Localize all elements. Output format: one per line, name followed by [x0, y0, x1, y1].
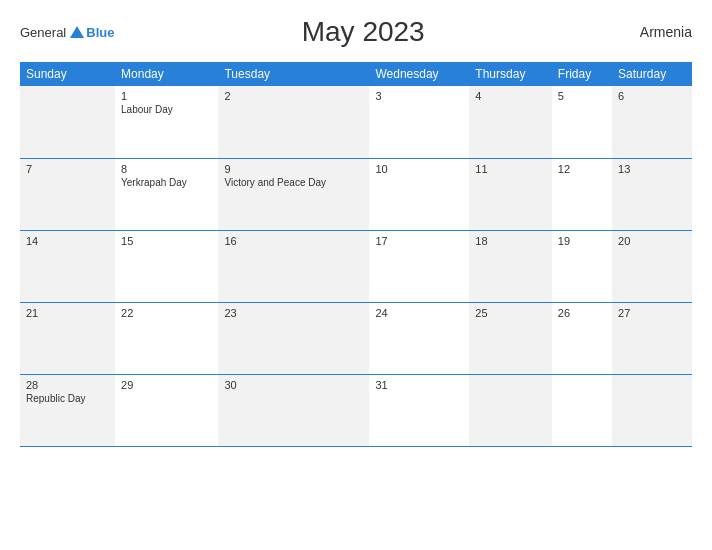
calendar-cell — [469, 374, 551, 446]
day-number: 27 — [618, 307, 686, 319]
day-number: 30 — [224, 379, 363, 391]
day-number: 24 — [375, 307, 463, 319]
day-number: 13 — [618, 163, 686, 175]
calendar-table: SundayMondayTuesdayWednesdayThursdayFrid… — [20, 62, 692, 447]
day-number: 11 — [475, 163, 545, 175]
weekday-header-row: SundayMondayTuesdayWednesdayThursdayFrid… — [20, 62, 692, 86]
calendar-header: SundayMondayTuesdayWednesdayThursdayFrid… — [20, 62, 692, 86]
calendar-cell: 1Labour Day — [115, 86, 218, 158]
day-number: 2 — [224, 90, 363, 102]
calendar-week-row: 14151617181920 — [20, 230, 692, 302]
calendar-cell — [552, 374, 612, 446]
day-number: 19 — [558, 235, 606, 247]
day-number: 29 — [121, 379, 212, 391]
calendar-cell: 9Victory and Peace Day — [218, 158, 369, 230]
calendar-cell — [612, 374, 692, 446]
calendar-cell: 14 — [20, 230, 115, 302]
calendar-cell: 5 — [552, 86, 612, 158]
page: General Blue May 2023 Armenia SundayMond… — [0, 0, 712, 550]
weekday-header-tuesday: Tuesday — [218, 62, 369, 86]
calendar-cell: 25 — [469, 302, 551, 374]
country-label: Armenia — [612, 24, 692, 40]
logo-blue-text: Blue — [86, 25, 114, 40]
day-number: 16 — [224, 235, 363, 247]
calendar-cell: 28Republic Day — [20, 374, 115, 446]
calendar-week-row: 1Labour Day23456 — [20, 86, 692, 158]
day-number: 5 — [558, 90, 606, 102]
calendar-cell: 3 — [369, 86, 469, 158]
holiday-label: Victory and Peace Day — [224, 177, 363, 188]
holiday-label: Labour Day — [121, 104, 212, 115]
calendar-cell: 31 — [369, 374, 469, 446]
calendar-cell: 27 — [612, 302, 692, 374]
calendar-week-row: 28Republic Day293031 — [20, 374, 692, 446]
day-number: 31 — [375, 379, 463, 391]
day-number: 25 — [475, 307, 545, 319]
calendar-cell: 20 — [612, 230, 692, 302]
day-number: 8 — [121, 163, 212, 175]
calendar-cell: 15 — [115, 230, 218, 302]
logo-triangle-icon — [70, 26, 84, 38]
logo-general-text: General — [20, 25, 66, 40]
calendar-cell: 11 — [469, 158, 551, 230]
day-number: 4 — [475, 90, 545, 102]
calendar-cell: 16 — [218, 230, 369, 302]
calendar-cell: 7 — [20, 158, 115, 230]
day-number: 6 — [618, 90, 686, 102]
calendar-cell: 17 — [369, 230, 469, 302]
day-number: 3 — [375, 90, 463, 102]
calendar-cell: 26 — [552, 302, 612, 374]
calendar-cell: 6 — [612, 86, 692, 158]
calendar-cell: 29 — [115, 374, 218, 446]
day-number: 17 — [375, 235, 463, 247]
header: General Blue May 2023 Armenia — [20, 16, 692, 48]
weekday-header-thursday: Thursday — [469, 62, 551, 86]
calendar-cell: 24 — [369, 302, 469, 374]
day-number: 18 — [475, 235, 545, 247]
weekday-header-saturday: Saturday — [612, 62, 692, 86]
day-number: 14 — [26, 235, 109, 247]
calendar-cell: 19 — [552, 230, 612, 302]
logo: General Blue — [20, 25, 114, 40]
calendar-cell: 22 — [115, 302, 218, 374]
holiday-label: Yerkrapah Day — [121, 177, 212, 188]
calendar-cell — [20, 86, 115, 158]
calendar-cell: 18 — [469, 230, 551, 302]
calendar-cell: 23 — [218, 302, 369, 374]
day-number: 21 — [26, 307, 109, 319]
day-number: 26 — [558, 307, 606, 319]
calendar-cell: 21 — [20, 302, 115, 374]
day-number: 9 — [224, 163, 363, 175]
calendar-cell: 13 — [612, 158, 692, 230]
weekday-header-friday: Friday — [552, 62, 612, 86]
calendar-cell: 12 — [552, 158, 612, 230]
holiday-label: Republic Day — [26, 393, 109, 404]
calendar-body: 1Labour Day2345678Yerkrapah Day9Victory … — [20, 86, 692, 446]
calendar-cell: 8Yerkrapah Day — [115, 158, 218, 230]
day-number: 23 — [224, 307, 363, 319]
day-number: 12 — [558, 163, 606, 175]
day-number: 10 — [375, 163, 463, 175]
calendar-week-row: 78Yerkrapah Day9Victory and Peace Day101… — [20, 158, 692, 230]
day-number: 1 — [121, 90, 212, 102]
calendar-cell: 2 — [218, 86, 369, 158]
calendar-week-row: 21222324252627 — [20, 302, 692, 374]
day-number: 7 — [26, 163, 109, 175]
calendar-cell: 4 — [469, 86, 551, 158]
weekday-header-monday: Monday — [115, 62, 218, 86]
day-number: 28 — [26, 379, 109, 391]
calendar-title: May 2023 — [114, 16, 612, 48]
day-number: 20 — [618, 235, 686, 247]
weekday-header-sunday: Sunday — [20, 62, 115, 86]
calendar-cell: 30 — [218, 374, 369, 446]
calendar-cell: 10 — [369, 158, 469, 230]
day-number: 15 — [121, 235, 212, 247]
weekday-header-wednesday: Wednesday — [369, 62, 469, 86]
day-number: 22 — [121, 307, 212, 319]
